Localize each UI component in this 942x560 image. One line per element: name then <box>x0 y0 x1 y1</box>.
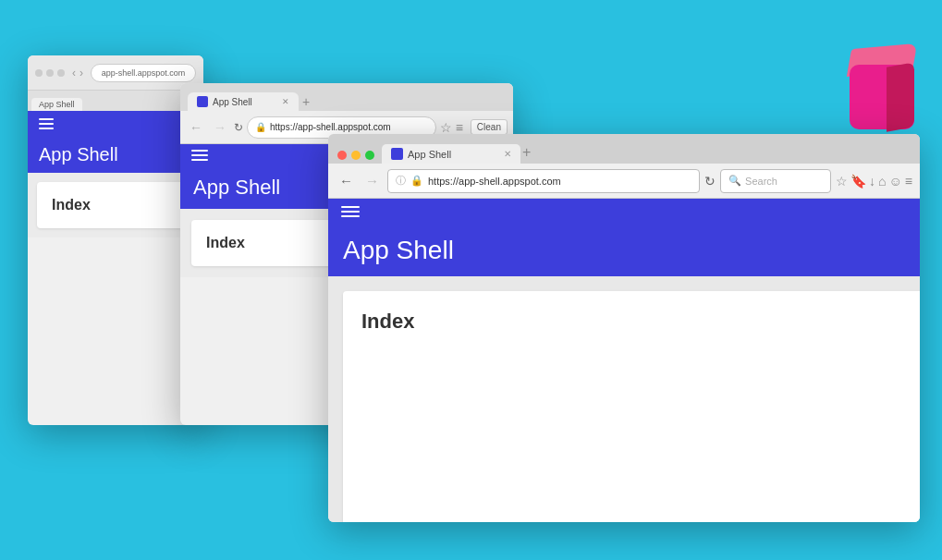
info-icon-3: ⓘ <box>396 174 406 188</box>
menu-icon-3[interactable]: ≡ <box>905 174 912 189</box>
reload-btn-3[interactable]: ↻ <box>704 174 716 189</box>
sync-icon-3[interactable]: ☺ <box>889 174 902 189</box>
hamburger-icon-1[interactable] <box>39 118 54 129</box>
app-header-3 <box>328 199 920 225</box>
star-icon-2[interactable]: ☆ <box>440 120 452 135</box>
chrome-bar-1: ‹ › app-shell.appspot.com <box>28 55 203 91</box>
app-content-3: Index <box>328 276 920 522</box>
back-btn-3[interactable]: ← <box>336 171 357 190</box>
toolbar-actions-2: ☆ ≡ <box>440 120 463 135</box>
minimize-dot-1 <box>46 69 54 77</box>
back-icon-1: ‹ <box>72 67 76 79</box>
active-tab-2[interactable]: App Shell ✕ <box>188 92 299 111</box>
lock-icon-2: 🔒 <box>255 122 266 132</box>
tab-bar-1: App Shell <box>28 91 203 111</box>
more-icon-2[interactable]: ≡ <box>456 120 463 135</box>
new-tab-btn-2[interactable]: + <box>302 94 310 111</box>
app-title-1: App Shell <box>28 137 203 173</box>
tab-favicon-2 <box>197 96 208 107</box>
search-placeholder-3: Search <box>745 176 777 187</box>
tab-row-3: App Shell ✕ + <box>328 134 920 164</box>
tab-label-2: App Shell <box>213 97 252 107</box>
app-title-3: App Shell <box>328 225 920 276</box>
url-text-3: https://app-shell.appspot.com <box>428 176 561 187</box>
browser-window-3: App Shell ✕ + ← → ⓘ 🔒 https://app-shell.… <box>328 134 920 522</box>
nav-buttons-1: ‹ › <box>72 67 83 79</box>
app-header-1 <box>28 111 203 137</box>
decorative-3d-shape <box>831 37 914 129</box>
tab-close-3[interactable]: ✕ <box>504 149 511 159</box>
bookmark-icon-3[interactable]: 🔖 <box>850 174 866 189</box>
star-icon-3[interactable]: ☆ <box>836 174 848 189</box>
app-content-1: Index <box>28 173 203 237</box>
tab-favicon-3 <box>391 148 403 160</box>
content-card-1: Index <box>37 182 194 228</box>
new-tab-btn-3[interactable]: + <box>522 144 531 164</box>
tab-row-2: App Shell ✕ + <box>180 83 513 111</box>
forward-btn-3[interactable]: → <box>361 171 383 190</box>
tab-close-2[interactable]: ✕ <box>282 97 289 106</box>
hamburger-icon-2[interactable] <box>191 150 208 161</box>
toolbar-3: ← → ⓘ 🔒 https://app-shell.appspot.com ↻ … <box>328 164 920 199</box>
ff-toolbar-icons-3: ☆ 🔖 ↓ ⌂ ☺ ≡ <box>836 174 912 189</box>
home-icon-3[interactable]: ⌂ <box>878 174 886 189</box>
reload-btn-2[interactable]: ↻ <box>234 121 243 134</box>
window-controls-3 <box>336 151 380 164</box>
maximize-dot-3[interactable] <box>365 151 374 160</box>
search-icon-3: 🔍 <box>728 175 741 187</box>
url-bar-1[interactable]: app-shell.appspot.com <box>91 64 196 82</box>
search-bar-3[interactable]: 🔍 Search <box>720 169 831 193</box>
forward-btn-2[interactable]: → <box>210 118 230 137</box>
url-text-1: app-shell.appspot.com <box>102 68 186 78</box>
content-card-3: Index <box>343 291 920 522</box>
url-bar-3[interactable]: ⓘ 🔒 https://app-shell.appspot.com <box>387 169 700 193</box>
window-controls-1 <box>35 69 65 77</box>
minimize-dot-3[interactable] <box>351 151 361 160</box>
back-btn-2[interactable]: ← <box>186 118 206 137</box>
close-dot-1 <box>35 69 43 77</box>
forward-icon-1: › <box>80 67 83 79</box>
maximize-dot-1 <box>57 69 65 77</box>
download-icon-3[interactable]: ↓ <box>869 174 875 189</box>
hamburger-icon-3[interactable] <box>341 206 360 217</box>
close-dot-3[interactable] <box>337 151 347 160</box>
url-text-2: https://app-shell.appspot.com <box>270 122 391 132</box>
tab-label-3: App Shell <box>408 149 451 160</box>
clean-btn-2[interactable]: Clean <box>471 119 508 135</box>
browser-window-1: ‹ › app-shell.appspot.com App Shell App … <box>28 55 203 425</box>
active-tab-1[interactable]: App Shell <box>31 98 82 111</box>
tab-label-1: App Shell <box>39 100 75 109</box>
lock-icon-3: 🔒 <box>410 175 423 187</box>
active-tab-3[interactable]: App Shell ✕ <box>382 144 520 164</box>
